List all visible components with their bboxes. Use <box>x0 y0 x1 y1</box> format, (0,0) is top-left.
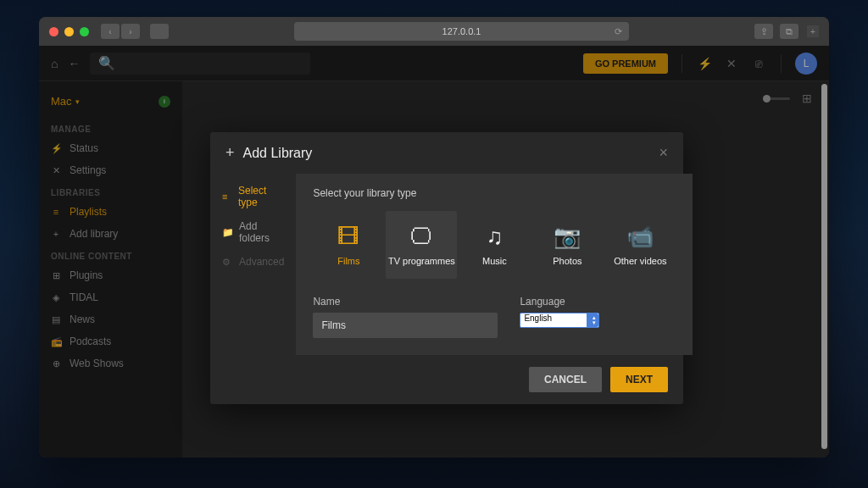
browser-back-button[interactable]: ‹ <box>101 24 120 39</box>
type-films[interactable]: 🎞 Films <box>313 211 384 279</box>
camera-icon: 📷 <box>554 224 581 249</box>
modal-title: Add Library <box>243 146 313 161</box>
library-type-grid: 🎞 Films 🖵 TV programmes ♫ Music 📷 <box>313 211 676 279</box>
film-icon: 🎞 <box>337 224 359 249</box>
plus-icon: + <box>225 144 235 162</box>
tabs-icon[interactable]: ⧉ <box>780 24 798 39</box>
next-button[interactable]: NEXT <box>610 367 668 392</box>
reload-icon[interactable]: ⟳ <box>615 26 622 37</box>
share-icon[interactable]: ⇪ <box>754 24 773 39</box>
new-tab-button[interactable]: + <box>807 25 819 37</box>
video-icon: 📹 <box>626 224 654 249</box>
instruction-text: Select your library type <box>313 187 676 199</box>
maximize-window-button[interactable] <box>80 27 89 36</box>
close-icon[interactable]: × <box>659 144 668 162</box>
minimize-window-button[interactable] <box>64 27 74 36</box>
modal-footer: CANCEL NEXT <box>210 355 683 404</box>
close-window-button[interactable] <box>49 27 58 36</box>
library-name-input[interactable] <box>313 313 498 338</box>
browser-toolbar: ‹ › 127.0.0.1 ⟳ ⇪ ⧉ + <box>39 17 829 46</box>
type-music[interactable]: ♫ Music <box>459 211 530 279</box>
browser-window: ‹ › 127.0.0.1 ⟳ ⇪ ⧉ + ⌂ ← 🔍 GO PREMIUM ⚡… <box>39 17 829 458</box>
gear-icon: ⚙ <box>222 257 232 268</box>
cancel-button[interactable]: CANCEL <box>529 367 602 392</box>
window-controls <box>49 27 89 36</box>
modal-steps: ≡Select type 📁Add folders ⚙Advanced <box>210 174 296 355</box>
type-other[interactable]: 📹 Other videos <box>604 211 676 279</box>
tv-icon: 🖵 <box>410 224 432 249</box>
modal-header: + Add Library × <box>210 132 683 174</box>
url-bar[interactable]: 127.0.0.1 ⟳ <box>294 22 629 41</box>
list-icon: ≡ <box>222 191 231 202</box>
chevron-updown-icon: ▴▾ <box>593 315 596 325</box>
add-library-modal: + Add Library × ≡Select type 📁Add folder… <box>210 132 683 404</box>
url-text: 127.0.0.1 <box>442 26 481 36</box>
step-advanced: ⚙Advanced <box>210 250 296 274</box>
name-label: Name <box>313 296 498 308</box>
language-select[interactable]: English ▴▾ <box>520 313 599 328</box>
modal-content: Select your library type 🎞 Films 🖵 TV pr… <box>296 174 693 355</box>
type-tv[interactable]: 🖵 TV programmes <box>386 211 457 279</box>
browser-forward-button[interactable]: › <box>121 24 140 39</box>
step-add-folders[interactable]: 📁Add folders <box>210 214 296 250</box>
step-select-type[interactable]: ≡Select type <box>210 179 296 214</box>
type-photos[interactable]: 📷 Photos <box>531 211 603 279</box>
sidebar-toggle-button[interactable] <box>150 24 169 39</box>
folder-icon: 📁 <box>222 227 232 238</box>
app-container: ⌂ ← 🔍 GO PREMIUM ⚡ ✕ ⎚ L Mac i MANAGE ⚡S… <box>39 46 829 458</box>
music-icon: ♫ <box>487 224 504 249</box>
language-label: Language <box>520 296 599 308</box>
